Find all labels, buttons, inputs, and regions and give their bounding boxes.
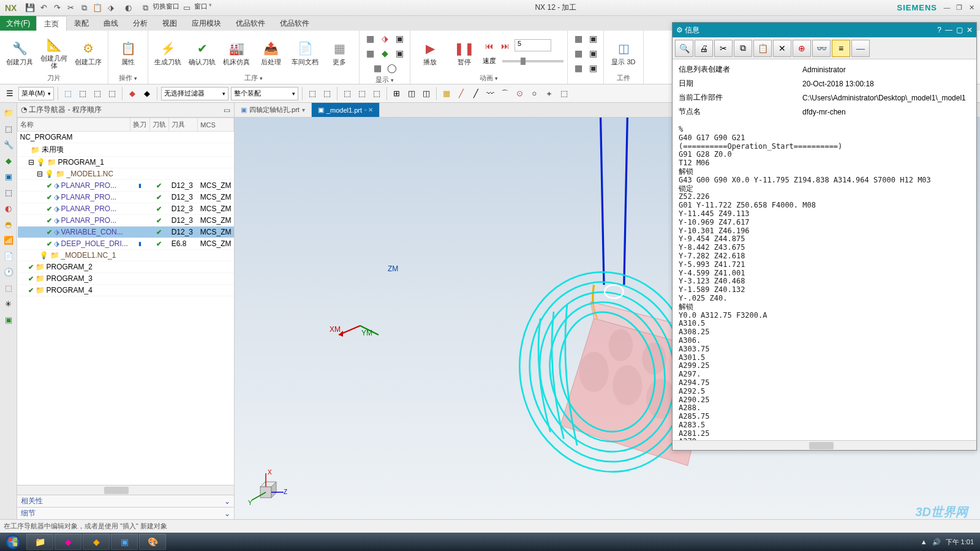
col-tc[interactable]: 换刀	[130, 118, 149, 132]
tab-youpin2[interactable]: 优品软件	[273, 16, 317, 31]
tree-row[interactable]: ✔📁 PROGRAM_2	[18, 261, 234, 273]
sm-btn[interactable]: ▣	[586, 61, 600, 75]
close-icon[interactable]: ✕	[967, 26, 973, 34]
nav-icon[interactable]: 📁	[2, 107, 15, 119]
nav-icon[interactable]: ⬚	[2, 122, 15, 135]
sm-btn[interactable]: ▣	[393, 32, 406, 45]
machine-sim-button[interactable]: 🏭机床仿真	[221, 40, 252, 66]
circle-icon[interactable]: ⊙	[514, 88, 526, 100]
tb-icon[interactable]: ⬚	[558, 88, 570, 100]
sm-btn[interactable]: ▦	[571, 47, 585, 60]
system-tray[interactable]: ▲ 🔊 下午 1:01	[921, 538, 980, 547]
col-mcs[interactable]: MCS	[198, 118, 234, 132]
nav-icon[interactable]: 📄	[2, 250, 15, 262]
tree-row[interactable]: 📁 未用项	[18, 143, 234, 157]
tree-row-op[interactable]: ✔⬗ VARIABLE_CON...✔D12_3MCS_ZM	[18, 227, 234, 238]
tb-icon[interactable]: ⊞	[391, 88, 403, 100]
sm-btn[interactable]: ▣	[586, 32, 600, 45]
restore-icon[interactable]: ❐	[954, 4, 964, 12]
minimize-icon[interactable]: —	[942, 4, 952, 12]
tb-icon[interactable]: ▦	[440, 88, 453, 100]
properties-button[interactable]: 📋属性	[112, 40, 144, 66]
verify-path-button[interactable]: ✔确认刀轨	[186, 40, 218, 66]
nav-icon[interactable]: 📶	[2, 234, 15, 246]
help-icon[interactable]: ?	[937, 26, 941, 34]
window-label[interactable]: 窗口	[194, 2, 208, 14]
create-geom-button[interactable]: 📐创建几何体	[38, 36, 70, 69]
tree-row-op[interactable]: ✔⬗ PLANAR_PRO...▮✔D12_3MCS_ZM	[18, 180, 234, 192]
cut-icon[interactable]: ✂	[714, 40, 733, 57]
tb-icon[interactable]: ⬚	[371, 88, 383, 100]
max-icon[interactable]: ▢	[956, 26, 963, 34]
task-item[interactable]: 📁	[26, 534, 53, 550]
tab-application[interactable]: 应用模块	[184, 16, 228, 31]
cut-icon[interactable]: ✂	[64, 2, 77, 14]
nav-icon[interactable]: ◓	[2, 218, 15, 230]
section-detail[interactable]: 细节⌄	[17, 507, 234, 519]
sel-icon[interactable]: ⬚	[77, 88, 89, 100]
col-path[interactable]: 刀轨	[149, 118, 168, 132]
clock[interactable]: 下午 1:01	[946, 538, 974, 547]
sel-icon[interactable]: ⬚	[62, 88, 74, 100]
menu-dd[interactable]: 菜单(M) ▾	[18, 87, 54, 100]
wrap-icon[interactable]: ≡	[832, 40, 850, 57]
min-icon[interactable]: —	[945, 26, 952, 34]
tb-icon[interactable]: ⬚	[341, 88, 353, 100]
delete-icon[interactable]: ✕	[773, 40, 791, 57]
section-related[interactable]: 相关性⌄	[17, 495, 234, 507]
copy-icon[interactable]: ⧉	[78, 2, 90, 14]
plus-icon[interactable]: ＋	[543, 88, 556, 100]
nav-icon[interactable]: ⬚	[2, 186, 15, 198]
tree-row[interactable]: ⊟ 💡📁 _MODEL1.NC	[18, 168, 234, 180]
tree-row[interactable]: 💡📁 _MODEL1.NC_1	[18, 250, 234, 261]
copy-icon[interactable]: ⧉	[734, 40, 752, 57]
task-item[interactable]: 🎨	[139, 534, 166, 550]
tree-row[interactable]: ✔📁 PROGRAM_3	[18, 273, 234, 285]
play-button[interactable]: ▶播放	[414, 40, 446, 66]
tree-row[interactable]: NC_PROGRAM	[18, 132, 234, 143]
tree-row[interactable]: ✔📁 PROGRAM_4	[18, 285, 234, 296]
h-scrollbar[interactable]	[17, 485, 234, 495]
panel-menu-icon[interactable]: ▭	[224, 106, 230, 114]
sel-icon[interactable]: ◆	[141, 88, 153, 100]
sm-btn[interactable]: ▦	[571, 61, 585, 75]
nav-icon[interactable]: ◐	[2, 202, 15, 214]
redo-icon[interactable]: ↷	[51, 2, 63, 14]
info-titlebar[interactable]: ⚙ 信息 ?—▢✕	[673, 23, 976, 37]
minus-icon[interactable]: —	[851, 40, 870, 57]
tab-home[interactable]: 主页	[36, 16, 67, 31]
switch-window-label[interactable]: 切换窗口	[153, 2, 179, 14]
col-tool[interactable]: 刀具	[169, 118, 198, 132]
sm-btn[interactable]: ⬗	[378, 32, 391, 45]
create-op-button[interactable]: ⚙创建工序	[72, 40, 104, 66]
task-item[interactable]: ◆	[83, 534, 110, 550]
pause-button[interactable]: ❚❚暂停	[448, 40, 480, 66]
nav-icon[interactable]: ⬚	[2, 282, 15, 294]
filter2-dd[interactable]: 整个装配 ▾	[231, 87, 298, 100]
sel-icon[interactable]: ⬚	[106, 88, 118, 100]
tab-analysis[interactable]: 分析	[126, 16, 155, 31]
nav-icon[interactable]: 🔧	[2, 138, 15, 151]
task-item[interactable]: ▣	[111, 534, 138, 550]
window-icon[interactable]: ▭	[181, 2, 193, 14]
tree-row-op[interactable]: ✔⬗ PLANAR_PRO...✔D12_3MCS_ZM	[18, 203, 234, 215]
view-tab[interactable]: ▣四轴定轴钻孔.prt▾	[235, 103, 312, 117]
postprocess-button[interactable]: 📤后处理	[255, 40, 287, 66]
prop-icon[interactable]: ⬗	[105, 2, 117, 14]
shop-doc-button[interactable]: 📄车间文档	[289, 40, 321, 66]
sm-btn[interactable]: ▦	[363, 47, 377, 60]
tab-close-icon[interactable]: ▫ ✕	[364, 107, 373, 113]
tb-icon[interactable]: ⬚	[321, 88, 333, 100]
info-h-scrollbar[interactable]	[673, 440, 976, 450]
more-button[interactable]: ▦更多	[323, 40, 355, 66]
task-item[interactable]: ◆	[55, 534, 81, 550]
view-icon[interactable]: 👓	[812, 40, 831, 57]
sm-btn[interactable]: ◯	[385, 61, 399, 75]
tb-icon[interactable]: ⬚	[356, 88, 368, 100]
step-back-icon[interactable]: ⏮	[483, 39, 496, 53]
paste-icon[interactable]: 📋	[91, 2, 104, 14]
close-icon[interactable]: ✕	[967, 4, 976, 12]
arc-icon[interactable]: ⌒	[499, 88, 511, 100]
sel-icon[interactable]: ◆	[126, 88, 138, 100]
curve-icon[interactable]: 〰	[484, 88, 497, 100]
